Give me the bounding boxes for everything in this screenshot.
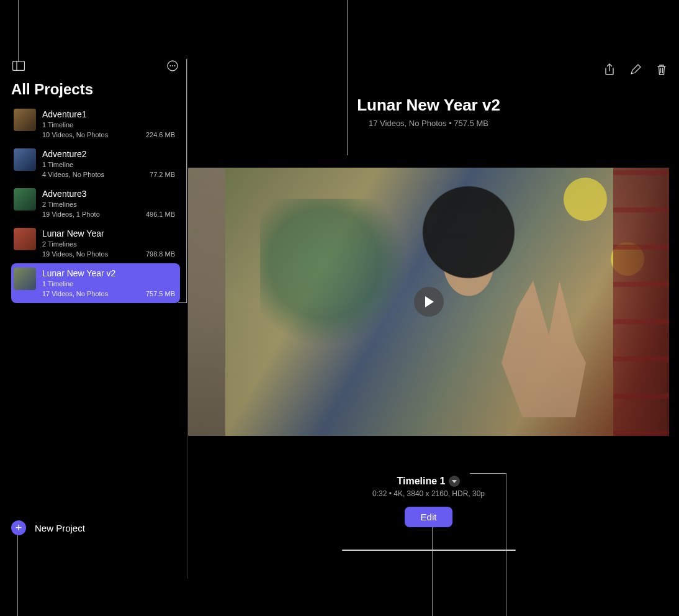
project-media: 19 Videos, No Photos bbox=[42, 249, 108, 259]
project-size: 798.8 MB bbox=[146, 250, 175, 258]
project-size: 77.2 MB bbox=[150, 171, 175, 178]
timeline-section: Timeline 1 0:32 • 4K, 3840 x 2160, HDR, … bbox=[188, 476, 669, 551]
project-media: 10 Videos, No Photos bbox=[42, 130, 108, 140]
project-name: Lunar New Year v2 bbox=[42, 268, 175, 279]
project-text: Adventure21 Timeline4 Videos, No Photos7… bbox=[42, 148, 175, 179]
project-item[interactable]: Adventure21 Timeline4 Videos, No Photos7… bbox=[11, 144, 180, 184]
new-project-button[interactable]: + New Project bbox=[11, 520, 85, 535]
project-name: Adventure1 bbox=[42, 109, 175, 120]
project-timelines: 1 Timeline bbox=[42, 160, 175, 170]
project-size: 757.5 MB bbox=[146, 290, 175, 297]
video-preview[interactable] bbox=[188, 168, 669, 436]
project-text: Adventure11 Timeline10 Videos, No Photos… bbox=[42, 109, 175, 140]
edit-pencil-button[interactable] bbox=[628, 62, 643, 77]
project-text: Lunar New Year2 Timelines19 Videos, No P… bbox=[42, 228, 175, 259]
project-name: Lunar New Year bbox=[42, 228, 175, 239]
project-bottom-row: 19 Videos, No Photos798.8 MB bbox=[42, 249, 175, 259]
timeline-indicator bbox=[342, 550, 516, 551]
new-project-label: New Project bbox=[35, 523, 85, 533]
project-thumbnail bbox=[14, 188, 36, 211]
timeline-dropdown-button[interactable] bbox=[449, 476, 460, 487]
svg-point-5 bbox=[174, 65, 176, 66]
project-text: Adventure32 Timelines19 Videos, 1 Photo4… bbox=[42, 188, 175, 219]
project-bottom-row: 4 Videos, No Photos77.2 MB bbox=[42, 170, 175, 179]
project-size: 496.1 MB bbox=[146, 211, 175, 218]
svg-rect-0 bbox=[13, 61, 25, 71]
project-item[interactable]: Adventure32 Timelines19 Videos, 1 Photo4… bbox=[11, 184, 180, 224]
project-media: 4 Videos, No Photos bbox=[42, 170, 104, 179]
plus-icon: + bbox=[11, 520, 26, 535]
project-size: 224.6 MB bbox=[146, 131, 175, 138]
sidebar-title: All Projects bbox=[11, 81, 180, 98]
project-timelines: 2 Timelines bbox=[42, 239, 175, 249]
play-button[interactable] bbox=[414, 287, 444, 317]
project-text: Lunar New Year v21 Timeline17 Videos, No… bbox=[42, 268, 175, 299]
timeline-title: Timeline 1 bbox=[397, 476, 446, 487]
play-icon bbox=[425, 296, 434, 307]
chevron-down-icon bbox=[452, 480, 457, 483]
project-timelines: 2 Timelines bbox=[42, 199, 175, 209]
delete-button[interactable] bbox=[654, 62, 669, 77]
main-panel: Lunar New Year v2 17 Videos, No Photos •… bbox=[188, 46, 679, 616]
svg-point-4 bbox=[172, 65, 173, 66]
project-thumbnail bbox=[14, 109, 36, 131]
project-thumbnail bbox=[14, 148, 36, 171]
project-list: Adventure11 Timeline10 Videos, No Photos… bbox=[11, 104, 180, 303]
project-bottom-row: 10 Videos, No Photos224.6 MB bbox=[42, 130, 175, 140]
project-item[interactable]: Adventure11 Timeline10 Videos, No Photos… bbox=[11, 104, 180, 144]
edit-timeline-button[interactable]: Edit bbox=[405, 507, 453, 527]
sidebar: All Projects Adventure11 Timeline10 Vide… bbox=[0, 46, 187, 616]
project-timelines: 1 Timeline bbox=[42, 120, 175, 130]
project-media: 19 Videos, 1 Photo bbox=[42, 209, 100, 219]
project-item[interactable]: Lunar New Year v21 Timeline17 Videos, No… bbox=[11, 263, 180, 303]
svg-point-3 bbox=[170, 65, 171, 66]
project-name: Adventure3 bbox=[42, 188, 175, 199]
project-thumbnail bbox=[14, 268, 36, 290]
project-bottom-row: 19 Videos, 1 Photo496.1 MB bbox=[42, 209, 175, 219]
project-timelines: 1 Timeline bbox=[42, 279, 175, 289]
project-name: Adventure2 bbox=[42, 148, 175, 160]
project-bottom-row: 17 Videos, No Photos757.5 MB bbox=[42, 289, 175, 299]
project-subtitle: 17 Videos, No Photos • 757.5 MB bbox=[188, 119, 669, 128]
timeline-subtitle: 0:32 • 4K, 3840 x 2160, HDR, 30p bbox=[188, 489, 669, 498]
project-media: 17 Videos, No Photos bbox=[42, 289, 108, 299]
project-title: Lunar New Year v2 bbox=[188, 96, 669, 115]
project-item[interactable]: Lunar New Year2 Timelines19 Videos, No P… bbox=[11, 224, 180, 263]
more-options-button[interactable] bbox=[165, 58, 180, 73]
share-button[interactable] bbox=[602, 62, 617, 77]
project-thumbnail bbox=[14, 228, 36, 250]
sidebar-toggle-button[interactable] bbox=[11, 58, 26, 73]
